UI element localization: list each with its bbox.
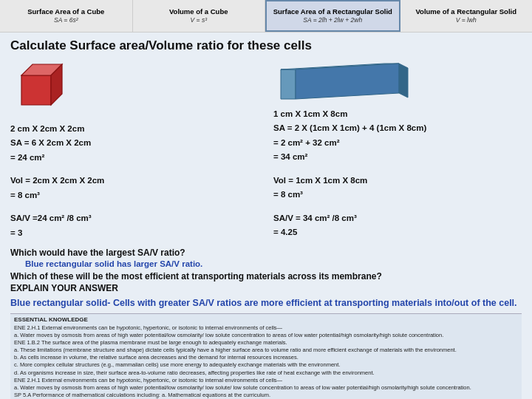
- cube-shape: [10, 61, 77, 120]
- banner-formula-vol-cube: V = s³: [191, 16, 207, 24]
- svg-marker-6: [399, 64, 408, 98]
- rect-sav: SA/V = 34 cm² /8 cm³ = 4.25: [273, 211, 522, 240]
- page-title: Calculate Surface area/Volume ratio for …: [10, 38, 522, 53]
- rect-svg-graphic: [273, 61, 414, 103]
- question-2b: EXPLAIN YOUR ANSWER: [10, 283, 522, 293]
- question-2: Which of these will be the most efficien…: [10, 271, 522, 282]
- essential-knowledge: ESSENTIAL KNOWLEDGE ENE 2.H.1 External e…: [10, 313, 522, 399]
- banner-surface-area-cube[interactable]: Surface Area of a Cube SA = 6s²: [0, 0, 133, 32]
- ek-line: a. These limitations (membrane structure…: [14, 347, 518, 354]
- ek-line: ENE 2.H.1 External environments can be h…: [14, 324, 518, 332]
- cube-sav: SA/V =24 cm² /8 cm³ = 3: [10, 211, 259, 240]
- rect-vol: Vol = 1cm X 1cm X 8cm = 8 cm³: [273, 174, 522, 202]
- ek-line: a. Water moves by osmosis from areas of …: [14, 384, 518, 392]
- ek-line: b. As cells increase in volume, the rela…: [14, 354, 518, 361]
- comparison-row: 2 cm X 2cm X 2cm SA = 6 X 2cm X 2cm = 24…: [10, 61, 522, 240]
- top-banner: Surface Area of a Cube SA = 6s² Volume o…: [0, 0, 532, 33]
- ek-line: d. As organisms increase in size, their …: [14, 369, 518, 377]
- svg-marker-5: [296, 64, 399, 99]
- cube-label: 2 cm X 2cm X 2cm: [10, 124, 259, 133]
- ek-line: ENE 1.B.2 The surface area of the plasma…: [14, 339, 518, 347]
- banner-volume-rect[interactable]: Volume of a Rectangular Solid V = lwh: [400, 0, 533, 32]
- banner-formula-vol-rect: V = lwh: [456, 16, 477, 24]
- ek-line: a. Water moves by osmosis from areas of …: [14, 332, 518, 339]
- answer-1: Blue rectangular solid has larger SA/V r…: [25, 259, 522, 268]
- svg-marker-0: [21, 75, 51, 105]
- rect-label: 1 cm X 1cm X 8cm: [273, 109, 522, 118]
- questions-section: Which would have the largest SA/V ratio?…: [10, 248, 522, 310]
- ek-line: SP 5.A Performance of mathematical calcu…: [14, 392, 518, 399]
- cube-column: 2 cm X 2cm X 2cm SA = 6 X 2cm X 2cm = 24…: [10, 61, 259, 240]
- rect-column: 1 cm X 1cm X 8cm SA = 2 X (1cm X 1cm) + …: [273, 61, 522, 240]
- banner-title-sa-cube: Surface Area of a Cube: [27, 7, 104, 16]
- ek-lines: ENE 2.H.1 External environments can be h…: [14, 324, 518, 399]
- cube-svg-graphic: [10, 61, 69, 116]
- rect-sa: SA = 2 X (1cm X 1cm) + 4 (1cm X 8cm) = 2…: [273, 121, 522, 165]
- rect-shape: [273, 61, 421, 105]
- question-1: Which would have the largest SA/V ratio?: [10, 248, 522, 258]
- ek-line: c. More complex cellular structures (e.g…: [14, 361, 518, 369]
- banner-title-vol-rect: Volume of a Rectangular Solid: [415, 7, 516, 16]
- cube-vol: Vol = 2cm X 2cm X 2cm = 8 cm³: [10, 174, 259, 202]
- banner-surface-area-rect[interactable]: Surface Area of a Rectangular Solid SA =…: [265, 0, 400, 32]
- banner-volume-cube[interactable]: Volume of a Cube V = s³: [133, 0, 266, 32]
- svg-marker-3: [281, 69, 296, 99]
- banner-formula-sa-rect: SA = 2lh + 2lw + 2wh: [303, 16, 362, 24]
- ek-title: ESSENTIAL KNOWLEDGE: [14, 316, 518, 324]
- main-content: Calculate Surface area/Volume ratio for …: [0, 33, 532, 399]
- ek-line: ENE 2.H.1 External environments can be h…: [14, 377, 518, 384]
- cube-sa: SA = 6 X 2cm X 2cm = 24 cm²: [10, 136, 259, 165]
- banner-formula-sa-cube: SA = 6s²: [54, 16, 78, 24]
- answer-2: Blue rectangular solid- Cells with great…: [10, 296, 522, 310]
- banner-title-vol-cube: Volume of a Cube: [169, 7, 228, 16]
- banner-title-sa-rect: Surface Area of a Rectangular Solid: [273, 7, 392, 16]
